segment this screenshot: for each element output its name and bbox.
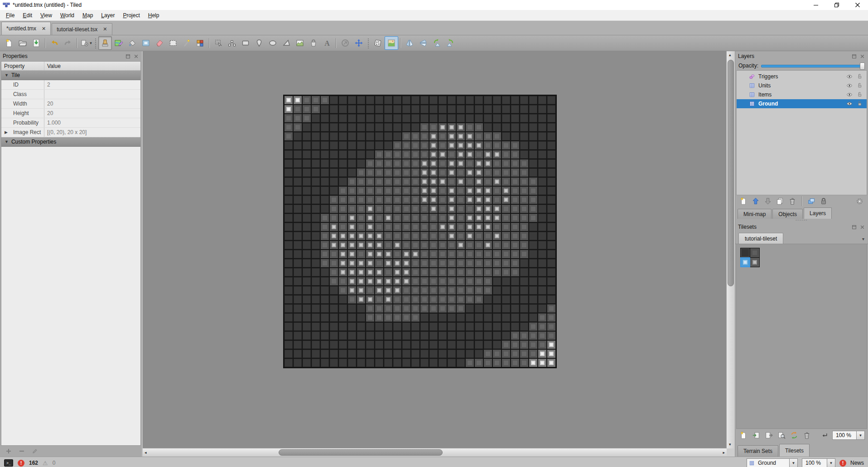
map-tile[interactable]	[330, 114, 338, 122]
map-tile[interactable]	[493, 350, 501, 358]
map-tile[interactable]	[547, 150, 555, 159]
scroll-right-icon[interactable]: ▸	[723, 451, 725, 455]
map-tile[interactable]	[547, 341, 555, 349]
map-tile[interactable]	[439, 350, 447, 358]
map-tile[interactable]	[420, 277, 429, 285]
map-tile[interactable]	[285, 159, 293, 168]
map-tile[interactable]	[457, 350, 465, 358]
map-tile[interactable]	[285, 232, 293, 240]
map-tile[interactable]	[303, 295, 311, 303]
map-tile[interactable]	[439, 205, 447, 213]
map-tile[interactable]	[466, 313, 474, 322]
map-tile[interactable]	[538, 141, 546, 149]
map-tile[interactable]	[348, 259, 356, 267]
map-tile[interactable]	[375, 268, 383, 276]
map-tile[interactable]	[393, 159, 401, 168]
map-tile[interactable]	[529, 277, 537, 285]
map-tile[interactable]	[384, 169, 392, 177]
map-tile[interactable]	[384, 295, 392, 303]
map-tile[interactable]	[339, 341, 347, 349]
map-tile[interactable]	[484, 178, 492, 186]
map-tile[interactable]	[393, 132, 401, 140]
map-tile[interactable]	[348, 268, 356, 276]
map-tile[interactable]	[538, 114, 546, 122]
map-tile[interactable]	[402, 295, 410, 303]
property-row[interactable]: ID2	[1, 80, 140, 90]
map-tile[interactable]	[429, 313, 438, 322]
map-tile[interactable]	[303, 232, 311, 240]
map-tile[interactable]	[294, 295, 302, 303]
map-tile[interactable]	[538, 123, 546, 131]
map-tile[interactable]	[285, 250, 293, 258]
map-tile[interactable]	[312, 241, 320, 249]
map-tile[interactable]	[384, 277, 392, 285]
map-tile[interactable]	[330, 277, 338, 285]
map-tile[interactable]	[285, 268, 293, 276]
map-tile[interactable]	[538, 159, 546, 168]
eraser-button[interactable]	[153, 36, 166, 50]
close-panel-icon[interactable]	[859, 53, 865, 59]
map-tile[interactable]	[330, 96, 338, 104]
map-tile[interactable]	[285, 341, 293, 349]
map-tile[interactable]	[321, 350, 329, 358]
map-tile[interactable]	[529, 187, 537, 195]
map-tile[interactable]	[285, 295, 293, 303]
map-tile[interactable]	[547, 169, 555, 177]
map-tile[interactable]	[312, 114, 320, 122]
map-tile[interactable]	[529, 178, 537, 186]
map-tile[interactable]	[475, 114, 483, 122]
map-tile[interactable]	[448, 96, 456, 104]
map-tile[interactable]	[439, 250, 447, 258]
map-tile[interactable]	[466, 350, 474, 358]
map-tile[interactable]	[429, 169, 438, 177]
map-tile[interactable]	[294, 313, 302, 322]
map-tile[interactable]	[303, 359, 311, 367]
map-tile[interactable]	[330, 123, 338, 131]
toolbar-drag-handle[interactable]	[94, 38, 97, 48]
map-tile[interactable]	[393, 178, 401, 186]
map-tile[interactable]	[348, 277, 356, 285]
map-tile[interactable]	[420, 241, 429, 249]
map-tile[interactable]	[420, 150, 429, 159]
map-tile[interactable]	[520, 323, 528, 331]
map-tile[interactable]	[339, 132, 347, 140]
map-tile[interactable]	[312, 150, 320, 159]
replace-tileset-button[interactable]	[789, 430, 799, 440]
map-tile[interactable]	[493, 323, 501, 331]
map-tile[interactable]	[321, 304, 329, 313]
map-tile[interactable]	[402, 187, 410, 195]
map-tile[interactable]	[511, 295, 519, 303]
map-tile[interactable]	[303, 277, 311, 285]
map-tile[interactable]	[339, 323, 347, 331]
map-tile[interactable]	[511, 96, 519, 104]
map-tile[interactable]	[502, 313, 510, 322]
raise-layer-button[interactable]	[751, 196, 761, 206]
property-row[interactable]: Height20	[1, 109, 140, 118]
map-tile[interactable]	[348, 313, 356, 322]
close-button[interactable]	[847, 0, 868, 10]
map-tile[interactable]	[366, 132, 374, 140]
map-tile[interactable]	[348, 141, 356, 149]
map-tile[interactable]	[484, 214, 492, 222]
map-tile[interactable]	[547, 304, 555, 313]
map-tile[interactable]	[285, 114, 293, 122]
map-tile[interactable]	[402, 286, 410, 294]
map-tile[interactable]	[529, 114, 537, 122]
map-tile[interactable]	[439, 341, 447, 349]
map-tile[interactable]	[294, 332, 302, 340]
highlight-current-layer-button[interactable]	[854, 196, 864, 206]
map-tile[interactable]	[402, 159, 410, 168]
map-tile[interactable]	[439, 141, 447, 149]
map-tile[interactable]	[294, 277, 302, 285]
map-tile[interactable]	[529, 304, 537, 313]
map-tile[interactable]	[529, 214, 537, 222]
lower-layer-button[interactable]	[763, 196, 773, 206]
map-tile[interactable]	[466, 114, 474, 122]
map-tile[interactable]	[493, 313, 501, 322]
property-group-header[interactable]: ▼Tile	[1, 71, 140, 80]
map-tile[interactable]	[312, 132, 320, 140]
map-tile[interactable]	[484, 259, 492, 267]
map-tile[interactable]	[411, 359, 420, 367]
save-file-button[interactable]	[29, 36, 43, 50]
map-tile[interactable]	[439, 214, 447, 222]
